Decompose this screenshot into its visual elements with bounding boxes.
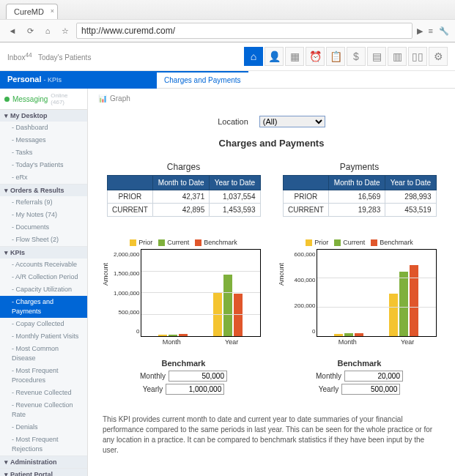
messaging-label: Messaging — [12, 95, 48, 103]
sidebar-item-monthly-patient-visits[interactable]: - Monthly Patient Visits — [0, 330, 87, 343]
browser-chrome: CureMD × ◄ ⟳ ⌂ ☆ ▶ ≡ 🔧 — [0, 0, 455, 42]
bar-prior-month — [158, 335, 167, 336]
sidebar-group-my-desktop[interactable]: ▾ My Desktop — [0, 110, 87, 122]
online-dot-icon — [4, 97, 10, 102]
charges-yearly-benchmark-input[interactable] — [166, 384, 224, 395]
table-row: PRIOR16,569298,993 — [283, 190, 436, 204]
sidebar-group-orders-results[interactable]: ▾ Orders & Results — [0, 185, 87, 196]
caret-icon: ▾ — [4, 249, 8, 256]
graph-toggle[interactable]: 📊 Graph — [98, 94, 445, 103]
sidebar-group-kpis[interactable]: ▾ KPIs — [0, 247, 87, 259]
topbar: Inbox44 Today's Patients ⌂👤▦⏰📋$▤▥▯▯⚙ — [0, 42, 455, 71]
home-icon[interactable]: ⌂ — [244, 47, 263, 66]
sidebar-group-administration[interactable]: ▾ Administration — [0, 456, 87, 468]
sidebar-item-flow-sheet-[interactable]: - Flow Sheet (2) — [0, 234, 87, 246]
payments-benchmark: Benchmark Monthly Yearly — [283, 359, 437, 397]
sidebar-item-messages[interactable]: - Messages — [0, 134, 87, 146]
clock-icon[interactable]: ⏰ — [306, 47, 325, 66]
bar-benchmark-year — [234, 294, 243, 336]
bar-benchmark-year — [410, 265, 418, 336]
sidebar-item-most-common-disease[interactable]: - Most Common Disease — [0, 343, 87, 365]
messaging-count: Online (467) — [51, 92, 83, 105]
list-icon[interactable]: ▥ — [388, 47, 407, 66]
sidebar-item-tasks[interactable]: - Tasks — [0, 146, 87, 159]
sidebar-item-accounts-receivable[interactable]: - Accounts Receivable — [0, 259, 87, 271]
report-icon[interactable]: ▤ — [367, 47, 386, 66]
bar-prior-month — [334, 334, 343, 336]
chart-icon: 📊 — [98, 94, 107, 103]
payments-yearly-benchmark-input[interactable] — [341, 384, 400, 395]
caret-icon: ▾ — [4, 187, 8, 194]
payments-column: Payments Month to DateYear to Date PRIOR… — [283, 162, 437, 217]
bar-current-year — [223, 275, 232, 336]
table-row: CURRENT19,283453,519 — [283, 204, 436, 217]
caret-icon: ▾ — [4, 112, 8, 119]
bar-current-month — [169, 335, 177, 336]
reload-icon[interactable]: ⟳ — [23, 24, 37, 37]
payments-chart: PriorCurrentBenchmark600,000400,000200,0… — [283, 239, 437, 346]
gear-icon[interactable]: ⚙ — [429, 47, 448, 66]
sidebar-item-a-r-collection-period[interactable]: - A/R Collection Period — [0, 271, 87, 283]
table-row: PRIOR42,3711,037,554 — [107, 190, 260, 204]
url-input[interactable] — [76, 23, 413, 39]
tab-charges-payments[interactable]: Charges and Payments — [157, 71, 248, 88]
breadcrumb: Inbox44 Today's Patients — [7, 51, 91, 62]
sidebar-item-charges-and-payments[interactable]: - Charges and Payments — [0, 296, 87, 318]
tab-title: CureMD — [14, 7, 44, 16]
location-label: Location — [218, 117, 248, 126]
sidebar: Messaging Online (467) ▾ My Desktop- Das… — [0, 89, 88, 476]
play-icon[interactable]: ▶ — [417, 26, 423, 36]
sidebar-messaging[interactable]: Messaging Online (467) — [0, 89, 87, 110]
caret-icon: ▾ — [4, 458, 8, 466]
payments-title: Payments — [283, 162, 437, 172]
section-title: Personal — [7, 75, 41, 83]
bar-benchmark-month — [355, 333, 363, 336]
caret-icon: ▾ — [4, 471, 8, 476]
bar-prior-year — [389, 294, 398, 336]
sidebar-item-denials[interactable]: - Denials — [0, 421, 87, 434]
charges-benchmark: Benchmark Monthly Yearly — [107, 359, 261, 397]
clipboard-icon[interactable]: 📋 — [326, 47, 345, 66]
sidebar-item-erx[interactable]: - eRx — [0, 171, 87, 184]
charges-column: Charges Month to DateYear to Date PRIOR4… — [107, 162, 261, 217]
sidebar-group-patient-portal[interactable]: ▾ Patient Portal — [0, 469, 87, 476]
dollar-icon[interactable]: $ — [347, 47, 366, 66]
charges-title: Charges — [107, 162, 261, 172]
breadcrumb-today[interactable]: Today's Patients — [38, 53, 92, 62]
charges-monthly-benchmark-input[interactable] — [169, 371, 227, 382]
bar-current-month — [344, 333, 353, 336]
back-icon[interactable]: ◄ — [6, 24, 19, 37]
user-icon[interactable]: 👤 — [265, 47, 284, 66]
section-header: Personal - KPIs Charges and Payments — [0, 71, 455, 89]
sidebar-item-dashboard[interactable]: - Dashboard — [0, 122, 87, 134]
menu-icon[interactable]: ≡ — [429, 26, 433, 36]
sidebar-item-revenue-collection-rate[interactable]: - Revenue Collection Rate — [0, 399, 87, 421]
charges-table: Month to DateYear to Date PRIOR42,3711,0… — [107, 175, 261, 217]
sidebar-item-revenue-collected[interactable]: - Revenue Collected — [0, 387, 87, 399]
browser-tab[interactable]: CureMD × — [6, 4, 58, 19]
sidebar-item-most-frequent-procedures[interactable]: - Most Frequent Procedures — [0, 365, 87, 387]
sidebar-item-documents[interactable]: - Documents — [0, 221, 87, 234]
columns-icon[interactable]: ▯▯ — [408, 47, 427, 66]
kpi-description: This KPI provides current month to date … — [98, 414, 445, 455]
star-icon[interactable]: ☆ — [59, 24, 72, 37]
close-tab-icon[interactable]: × — [51, 7, 54, 15]
bar-current-year — [399, 272, 408, 336]
location-select[interactable]: (All) — [259, 116, 325, 127]
sidebar-item-today-s-patients[interactable]: - Today's Patients — [0, 159, 87, 171]
section-sub: - KPIs — [44, 76, 62, 83]
main-content: 📊 Graph Location (All) Charges and Payme… — [88, 89, 455, 476]
sidebar-item-capacity-utilization[interactable]: - Capacity Utilization — [0, 283, 87, 296]
home-icon[interactable]: ⌂ — [41, 24, 54, 37]
payments-monthly-benchmark-input[interactable] — [344, 371, 403, 382]
sidebar-item-referrals-[interactable]: - Referrals (9) — [0, 196, 87, 209]
calendar-icon[interactable]: ▦ — [285, 47, 304, 66]
breadcrumb-inbox[interactable]: Inbox — [7, 53, 25, 62]
wrench-icon[interactable]: 🔧 — [439, 26, 449, 36]
sidebar-item-copay-collected[interactable]: - Copay Collected — [0, 318, 87, 330]
bar-benchmark-month — [179, 334, 188, 336]
toolbar-icons: ⌂👤▦⏰📋$▤▥▯▯⚙ — [244, 47, 448, 66]
sidebar-item-most-frequent-rejections[interactable]: - Most Frequent Rejections — [0, 434, 87, 455]
payments-table: Month to DateYear to Date PRIOR16,569298… — [283, 175, 437, 217]
sidebar-item-my-notes-[interactable]: - My Notes (74) — [0, 209, 87, 221]
